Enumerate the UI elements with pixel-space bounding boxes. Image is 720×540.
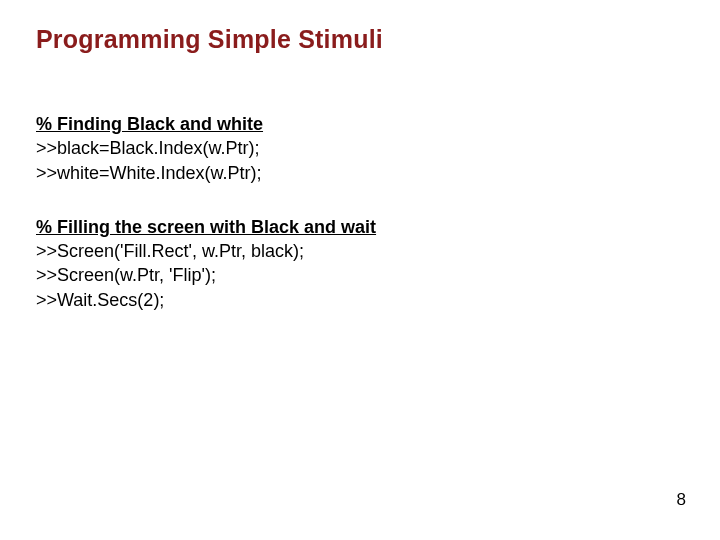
page-number: 8 xyxy=(677,490,686,510)
code-line: >>Wait.Secs(2); xyxy=(36,288,684,312)
section-heading-2: % Filling the screen with Black and wait xyxy=(36,215,684,239)
code-line: >>Screen('Fill.Rect', w.Ptr, black); xyxy=(36,239,684,263)
section-heading-1: % Finding Black and white xyxy=(36,112,684,136)
code-line: >>white=White.Index(w.Ptr); xyxy=(36,161,684,185)
slide-title: Programming Simple Stimuli xyxy=(36,24,684,54)
code-line: >>Screen(w.Ptr, 'Flip'); xyxy=(36,263,684,287)
code-line: >>black=Black.Index(w.Ptr); xyxy=(36,136,684,160)
section-filling-screen: % Filling the screen with Black and wait… xyxy=(36,215,684,312)
section-finding-bw: % Finding Black and white >>black=Black.… xyxy=(36,112,684,185)
slide: Programming Simple Stimuli % Finding Bla… xyxy=(0,0,720,540)
